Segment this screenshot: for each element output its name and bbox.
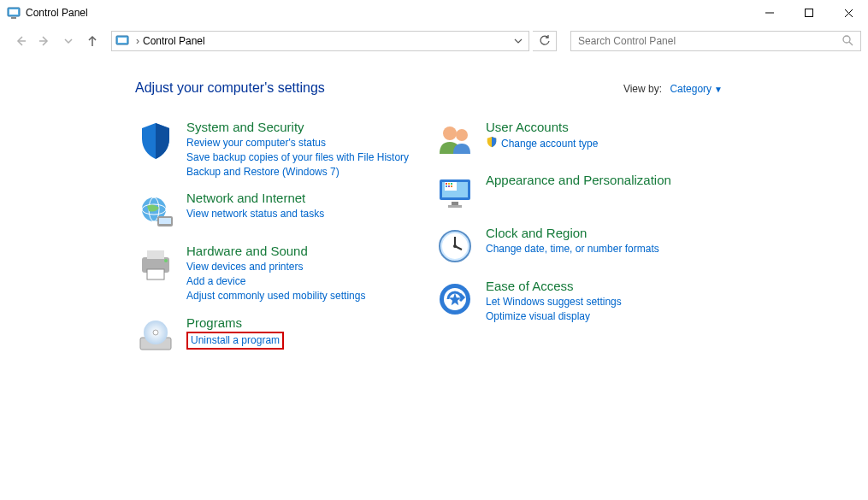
chevron-down-icon: ▼ xyxy=(714,85,723,94)
category-sublink[interactable]: Let Windows suggest settings xyxy=(486,295,622,309)
view-by-label: View by: xyxy=(623,83,662,95)
titlebar: Control Panel xyxy=(0,0,868,26)
category-sublink[interactable]: Save backup copies of your files with Fi… xyxy=(186,150,409,165)
recent-button[interactable] xyxy=(58,31,79,51)
close-button[interactable] xyxy=(829,0,868,26)
category-sublink[interactable]: Change date, time, or number formats xyxy=(486,242,659,256)
back-button[interactable] xyxy=(10,31,31,51)
view-by-value[interactable]: Category xyxy=(670,83,712,95)
category-sublink[interactable]: View devices and printers xyxy=(186,260,365,274)
view-by: View by: Category▼ xyxy=(623,83,723,95)
category-sublink[interactable]: Review your computer's status xyxy=(186,136,409,150)
svg-rect-20 xyxy=(147,250,164,259)
svg-point-25 xyxy=(153,330,158,335)
svg-rect-37 xyxy=(452,202,458,205)
svg-rect-36 xyxy=(451,185,452,187)
category-item: Clock and RegionChange date, time, or nu… xyxy=(434,226,734,267)
svg-point-27 xyxy=(456,129,468,141)
category-sublink[interactable]: Backup and Restore (Windows 7) xyxy=(186,165,409,179)
page-title: Adjust your computer's settings xyxy=(135,80,325,96)
svg-rect-18 xyxy=(159,218,171,224)
window-controls xyxy=(750,0,868,26)
refresh-button[interactable] xyxy=(533,31,557,51)
svg-rect-33 xyxy=(451,183,452,185)
window-title: Control Panel xyxy=(26,7,88,19)
category-heading[interactable]: Ease of Access xyxy=(486,279,622,293)
svg-rect-2 xyxy=(11,17,16,19)
category-heading[interactable]: Clock and Region xyxy=(486,226,659,240)
forward-button[interactable] xyxy=(34,31,55,51)
category-item: Hardware and SoundView devices and print… xyxy=(135,244,434,303)
category-item: Appearance and Personalization xyxy=(434,173,734,214)
category-item: ProgramsUninstall a program xyxy=(135,315,434,356)
search-icon xyxy=(841,34,855,48)
svg-rect-11 xyxy=(118,38,127,43)
svg-line-13 xyxy=(849,42,853,45)
printer-icon xyxy=(135,244,176,285)
ease-icon xyxy=(434,279,475,320)
svg-point-26 xyxy=(443,126,457,140)
address-bar[interactable]: › Control Panel xyxy=(111,31,529,51)
category-sublink[interactable]: Change account type xyxy=(486,136,598,152)
category-heading[interactable]: System and Security xyxy=(186,120,409,134)
control-panel-icon xyxy=(7,6,21,20)
svg-rect-38 xyxy=(448,205,462,208)
svg-rect-1 xyxy=(9,9,18,15)
svg-point-12 xyxy=(843,36,850,43)
shield-icon xyxy=(135,120,176,161)
category-sublink[interactable]: View network status and tasks xyxy=(186,207,324,221)
clock-icon xyxy=(434,226,475,267)
category-sublink[interactable]: Adjust commonly used mobility settings xyxy=(186,289,365,303)
minimize-button[interactable] xyxy=(750,0,789,26)
svg-rect-4 xyxy=(806,9,813,17)
search-input[interactable] xyxy=(576,34,841,48)
monitor-icon xyxy=(434,173,475,214)
category-item: Network and InternetView network status … xyxy=(135,191,434,232)
category-item: User AccountsChange account type xyxy=(434,120,734,161)
breadcrumb-separator-icon: › xyxy=(136,35,139,47)
svg-rect-34 xyxy=(446,185,447,187)
category-sublink[interactable]: Add a device xyxy=(186,274,365,289)
content-area: Adjust your computer's settings View by:… xyxy=(0,56,868,368)
svg-point-22 xyxy=(164,259,168,262)
uac-shield-icon xyxy=(486,136,498,152)
up-button[interactable] xyxy=(82,31,103,51)
control-panel-mini-icon xyxy=(115,34,129,48)
category-heading[interactable]: Programs xyxy=(186,315,284,330)
category-sublink[interactable]: Optimize visual display xyxy=(486,309,622,324)
globe-icon xyxy=(135,191,176,232)
category-sublink[interactable]: Uninstall a program xyxy=(186,332,284,350)
category-heading[interactable]: Appearance and Personalization xyxy=(486,173,671,187)
maximize-button[interactable] xyxy=(789,0,829,26)
svg-rect-32 xyxy=(448,183,450,185)
search-box[interactable] xyxy=(570,31,861,51)
svg-rect-31 xyxy=(446,183,447,185)
category-heading[interactable]: Hardware and Sound xyxy=(186,244,365,258)
category-heading[interactable]: Network and Internet xyxy=(186,191,324,205)
category-column-right: User AccountsChange account typeAppearan… xyxy=(434,120,734,368)
disc-icon xyxy=(135,315,176,356)
svg-point-43 xyxy=(453,244,457,248)
category-heading[interactable]: User Accounts xyxy=(486,120,598,134)
address-dropdown-button[interactable] xyxy=(510,32,527,50)
users-icon xyxy=(434,120,475,161)
category-item: Ease of AccessLet Windows suggest settin… xyxy=(434,279,734,324)
navigation-bar: › Control Panel xyxy=(0,26,868,56)
category-item: System and SecurityReview your computer'… xyxy=(135,120,434,179)
breadcrumb[interactable]: Control Panel xyxy=(143,35,205,47)
svg-rect-35 xyxy=(448,185,450,187)
svg-rect-21 xyxy=(147,269,164,279)
category-column-left: System and SecurityReview your computer'… xyxy=(135,120,434,368)
